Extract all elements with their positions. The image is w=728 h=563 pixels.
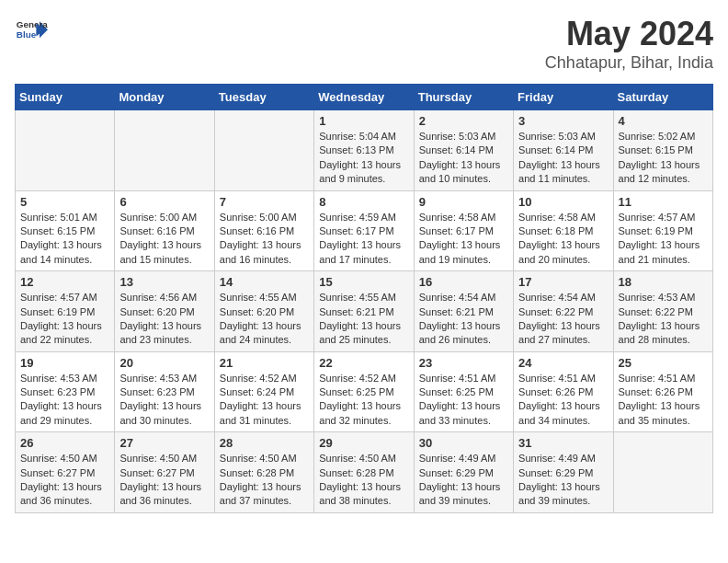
day-number: 19 xyxy=(20,356,109,370)
calendar-cell: 16Sunrise: 4:54 AMSunset: 6:21 PMDayligh… xyxy=(414,271,513,352)
day-number: 6 xyxy=(119,195,209,209)
calendar-cell: 24Sunrise: 4:51 AMSunset: 6:26 PMDayligh… xyxy=(514,351,613,432)
calendar-cell: 18Sunrise: 4:53 AMSunset: 6:22 PMDayligh… xyxy=(613,271,712,352)
weekday-header: Sunday xyxy=(16,85,115,110)
title-block: May 2024 Chhatapur, Bihar, India xyxy=(545,15,713,73)
day-number: 18 xyxy=(619,275,708,289)
day-number: 20 xyxy=(119,356,209,370)
calendar-cell: 7Sunrise: 5:00 AMSunset: 6:16 PMDaylight… xyxy=(214,190,313,271)
cell-text: Sunrise: 4:50 AMSunset: 6:28 PMDaylight:… xyxy=(220,452,309,509)
cell-text: Sunrise: 5:01 AMSunset: 6:15 PMDaylight:… xyxy=(20,211,109,268)
cell-text: Sunrise: 5:04 AMSunset: 6:13 PMDaylight:… xyxy=(319,130,408,187)
calendar-table: SundayMondayTuesdayWednesdayThursdayFrid… xyxy=(15,84,713,513)
cell-text: Sunrise: 5:02 AMSunset: 6:15 PMDaylight:… xyxy=(619,130,708,187)
day-number: 21 xyxy=(220,356,309,370)
calendar-week-row: 12Sunrise: 4:57 AMSunset: 6:19 PMDayligh… xyxy=(16,271,713,352)
day-number: 9 xyxy=(419,195,508,209)
calendar-cell xyxy=(16,110,115,191)
calendar-cell: 22Sunrise: 4:52 AMSunset: 6:25 PMDayligh… xyxy=(314,351,414,432)
calendar-cell: 3Sunrise: 5:03 AMSunset: 6:14 PMDaylight… xyxy=(514,110,613,191)
day-number: 29 xyxy=(319,436,408,450)
calendar-cell: 10Sunrise: 4:58 AMSunset: 6:18 PMDayligh… xyxy=(514,190,613,271)
day-number: 25 xyxy=(619,356,708,370)
calendar-cell: 11Sunrise: 4:57 AMSunset: 6:19 PMDayligh… xyxy=(613,190,712,271)
day-number: 23 xyxy=(419,356,508,370)
cell-text: Sunrise: 4:52 AMSunset: 6:25 PMDaylight:… xyxy=(319,372,408,429)
calendar-cell: 8Sunrise: 4:59 AMSunset: 6:17 PMDaylight… xyxy=(314,190,414,271)
cell-text: Sunrise: 4:55 AMSunset: 6:21 PMDaylight:… xyxy=(319,291,408,348)
calendar-cell: 15Sunrise: 4:55 AMSunset: 6:21 PMDayligh… xyxy=(314,271,414,352)
day-number: 31 xyxy=(518,436,608,450)
cell-text: Sunrise: 4:56 AMSunset: 6:20 PMDaylight:… xyxy=(119,291,209,348)
calendar-cell xyxy=(115,110,214,191)
day-number: 22 xyxy=(319,356,408,370)
calendar-cell xyxy=(613,432,712,513)
calendar-cell: 5Sunrise: 5:01 AMSunset: 6:15 PMDaylight… xyxy=(16,190,115,271)
cell-text: Sunrise: 4:58 AMSunset: 6:17 PMDaylight:… xyxy=(419,211,508,268)
cell-text: Sunrise: 4:50 AMSunset: 6:28 PMDaylight:… xyxy=(319,452,408,509)
calendar-cell: 14Sunrise: 4:55 AMSunset: 6:20 PMDayligh… xyxy=(214,271,313,352)
calendar-cell: 17Sunrise: 4:54 AMSunset: 6:22 PMDayligh… xyxy=(514,271,613,352)
day-number: 12 xyxy=(20,275,109,289)
day-number: 24 xyxy=(518,356,608,370)
cell-text: Sunrise: 4:51 AMSunset: 6:25 PMDaylight:… xyxy=(419,372,508,429)
cell-text: Sunrise: 4:59 AMSunset: 6:17 PMDaylight:… xyxy=(319,211,408,268)
calendar-cell: 28Sunrise: 4:50 AMSunset: 6:28 PMDayligh… xyxy=(214,432,313,513)
cell-text: Sunrise: 4:50 AMSunset: 6:27 PMDaylight:… xyxy=(20,452,109,509)
calendar-cell: 13Sunrise: 4:56 AMSunset: 6:20 PMDayligh… xyxy=(115,271,214,352)
location-title: Chhatapur, Bihar, India xyxy=(545,53,713,73)
day-number: 16 xyxy=(419,275,508,289)
logo: General Blue xyxy=(15,15,51,48)
calendar-cell: 1Sunrise: 5:04 AMSunset: 6:13 PMDaylight… xyxy=(314,110,414,191)
day-number: 14 xyxy=(220,275,309,289)
day-number: 7 xyxy=(220,195,309,209)
cell-text: Sunrise: 4:50 AMSunset: 6:27 PMDaylight:… xyxy=(119,452,209,509)
svg-text:Blue: Blue xyxy=(17,29,37,40)
calendar-cell: 25Sunrise: 4:51 AMSunset: 6:26 PMDayligh… xyxy=(613,351,712,432)
svg-text:General: General xyxy=(17,19,48,29)
day-number: 30 xyxy=(419,436,508,450)
cell-text: Sunrise: 4:51 AMSunset: 6:26 PMDaylight:… xyxy=(518,372,608,429)
calendar-week-row: 5Sunrise: 5:01 AMSunset: 6:15 PMDaylight… xyxy=(16,190,713,271)
weekday-header: Friday xyxy=(514,85,613,110)
weekday-header: Monday xyxy=(115,85,214,110)
weekday-header: Thursday xyxy=(414,85,513,110)
day-number: 2 xyxy=(419,114,508,128)
calendar-cell: 9Sunrise: 4:58 AMSunset: 6:17 PMDaylight… xyxy=(414,190,513,271)
cell-text: Sunrise: 4:53 AMSunset: 6:23 PMDaylight:… xyxy=(119,372,209,429)
day-number: 13 xyxy=(119,275,209,289)
calendar-week-row: 26Sunrise: 4:50 AMSunset: 6:27 PMDayligh… xyxy=(16,432,713,513)
calendar-cell: 19Sunrise: 4:53 AMSunset: 6:23 PMDayligh… xyxy=(16,351,115,432)
calendar-cell: 12Sunrise: 4:57 AMSunset: 6:19 PMDayligh… xyxy=(16,271,115,352)
weekday-header-row: SundayMondayTuesdayWednesdayThursdayFrid… xyxy=(16,85,713,110)
calendar-cell: 26Sunrise: 4:50 AMSunset: 6:27 PMDayligh… xyxy=(16,432,115,513)
cell-text: Sunrise: 5:03 AMSunset: 6:14 PMDaylight:… xyxy=(518,130,608,187)
cell-text: Sunrise: 4:57 AMSunset: 6:19 PMDaylight:… xyxy=(619,211,708,268)
calendar-cell: 27Sunrise: 4:50 AMSunset: 6:27 PMDayligh… xyxy=(115,432,214,513)
day-number: 8 xyxy=(319,195,408,209)
day-number: 5 xyxy=(20,195,109,209)
calendar-week-row: 19Sunrise: 4:53 AMSunset: 6:23 PMDayligh… xyxy=(16,351,713,432)
calendar-cell: 2Sunrise: 5:03 AMSunset: 6:14 PMDaylight… xyxy=(414,110,513,191)
cell-text: Sunrise: 5:00 AMSunset: 6:16 PMDaylight:… xyxy=(119,211,209,268)
cell-text: Sunrise: 4:53 AMSunset: 6:22 PMDaylight:… xyxy=(619,291,708,348)
cell-text: Sunrise: 4:54 AMSunset: 6:21 PMDaylight:… xyxy=(419,291,508,348)
calendar-cell: 31Sunrise: 4:49 AMSunset: 6:29 PMDayligh… xyxy=(514,432,613,513)
day-number: 4 xyxy=(619,114,708,128)
cell-text: Sunrise: 4:52 AMSunset: 6:24 PMDaylight:… xyxy=(220,372,309,429)
cell-text: Sunrise: 4:49 AMSunset: 6:29 PMDaylight:… xyxy=(518,452,608,509)
cell-text: Sunrise: 4:58 AMSunset: 6:18 PMDaylight:… xyxy=(518,211,608,268)
cell-text: Sunrise: 4:51 AMSunset: 6:26 PMDaylight:… xyxy=(619,372,708,429)
day-number: 26 xyxy=(20,436,109,450)
calendar-week-row: 1Sunrise: 5:04 AMSunset: 6:13 PMDaylight… xyxy=(16,110,713,191)
day-number: 1 xyxy=(319,114,408,128)
day-number: 11 xyxy=(619,195,708,209)
day-number: 15 xyxy=(319,275,408,289)
weekday-header: Saturday xyxy=(613,85,712,110)
cell-text: Sunrise: 5:00 AMSunset: 6:16 PMDaylight:… xyxy=(220,211,309,268)
calendar-cell: 23Sunrise: 4:51 AMSunset: 6:25 PMDayligh… xyxy=(414,351,513,432)
day-number: 10 xyxy=(518,195,608,209)
cell-text: Sunrise: 4:53 AMSunset: 6:23 PMDaylight:… xyxy=(20,372,109,429)
calendar-cell xyxy=(214,110,313,191)
cell-text: Sunrise: 4:55 AMSunset: 6:20 PMDaylight:… xyxy=(220,291,309,348)
